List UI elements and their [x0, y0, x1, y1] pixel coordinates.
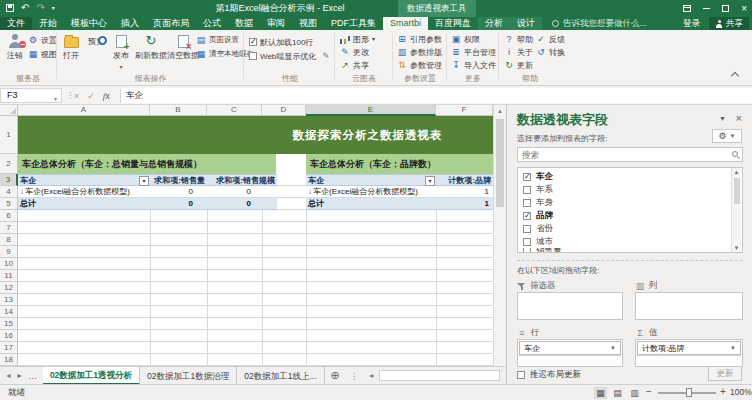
ribbon-tab-文件[interactable]: 文件 — [0, 17, 32, 30]
right-pivot-col-header[interactable]: 计数项:品牌 — [436, 175, 493, 185]
row-header-15[interactable]: 15 — [0, 318, 18, 330]
page-break-view-icon[interactable]: ▥ — [628, 387, 641, 399]
ribbon-tab-插入[interactable]: 插入 — [114, 17, 146, 30]
fx-icon[interactable]: fx — [103, 91, 110, 101]
column-header-B[interactable]: B — [150, 105, 207, 116]
redo-icon[interactable]: ↷ — [36, 3, 44, 13]
load100-checkbox[interactable] — [249, 38, 257, 46]
rows-field-chip[interactable]: 车企▼ — [519, 341, 621, 355]
columns-dropzone[interactable] — [635, 292, 743, 320]
rows-dropzone[interactable]: 车企▼ — [517, 339, 623, 367]
clear-cache-button[interactable]: ▦清空本地缓存 — [196, 48, 254, 60]
horizontal-scrollbar[interactable] — [379, 370, 500, 381]
collapse-ribbon-icon[interactable] — [731, 72, 739, 80]
field-item-销售量[interactable]: 销售量 — [518, 248, 742, 253]
row-header-14[interactable]: 14 — [0, 306, 18, 318]
platform-manage-button[interactable]: ≣平台管理 — [451, 46, 496, 58]
zoom-level[interactable]: 100% — [730, 385, 752, 400]
graph-dropdown-icon[interactable]: ▾ — [372, 36, 375, 42]
formula-input[interactable]: 车企 — [120, 88, 752, 103]
preview-button[interactable]: 预览 — [84, 34, 108, 47]
sheet-tab-02数据加工1线上...[interactable]: 02数据加工1线上... — [237, 367, 324, 385]
tab-splitter[interactable]: ⋮ — [350, 371, 359, 381]
left-pivot-total-2[interactable]: 0 — [207, 198, 277, 209]
field-search-box[interactable] — [517, 147, 743, 162]
row-header-18[interactable]: 18 — [0, 354, 18, 366]
ribbon-tab-Smartbi[interactable]: Smartbi — [383, 17, 428, 30]
publish-button[interactable]: 发布▾ — [109, 34, 133, 71]
feedback-button[interactable]: ✓反馈 — [536, 33, 565, 45]
permission-button[interactable]: ▣权限 — [451, 33, 480, 45]
vertical-scrollbar[interactable]: ▲ — [493, 105, 506, 366]
update-button[interactable]: ↻更新 — [504, 59, 533, 71]
load100-checkbox-row[interactable]: 默认加载100行 — [249, 36, 313, 48]
pane-close-icon[interactable]: × — [736, 112, 742, 124]
open-button[interactable]: 打开 — [59, 34, 83, 61]
tools-dropdown-button[interactable]: ⚙▼ — [712, 129, 742, 143]
cancel-entry-icon[interactable]: × — [74, 91, 79, 101]
column-header-C[interactable]: C — [207, 105, 262, 116]
settings-button[interactable]: ⚙设置 — [28, 34, 57, 46]
field-item-车系[interactable]: 车系 — [518, 183, 742, 196]
field-item-车身[interactable]: 车身 — [518, 196, 742, 209]
param-manage-button[interactable]: ⇅参数管理 — [397, 59, 442, 71]
field-item-车企[interactable]: 车企 — [518, 170, 742, 183]
ribbon-tab-审阅[interactable]: 审阅 — [260, 17, 292, 30]
graph-button[interactable]: 图形▾ — [340, 33, 375, 45]
ribbon-tab-模板中心[interactable]: 模板中心 — [64, 17, 114, 30]
left-pivot-total-label[interactable]: 总计 — [18, 198, 150, 209]
field-checkbox-品牌[interactable] — [523, 212, 531, 220]
left-pivot-field-header[interactable]: 车企▾ — [18, 175, 150, 185]
column-header-E[interactable]: E — [306, 105, 436, 116]
update-button[interactable]: 更新 — [708, 366, 742, 381]
web-optimize-checkbox-row[interactable]: Web端显示优化✎ — [249, 50, 330, 62]
vertical-scrollbar-thumb[interactable] — [496, 119, 504, 207]
cloud-share-button[interactable]: ↗共享 — [340, 59, 369, 71]
ribbon-tab-视图[interactable]: 视图 — [292, 17, 324, 30]
left-pivot-value-1[interactable]: 0 — [150, 186, 207, 197]
zoom-out-icon[interactable]: − — [646, 386, 652, 397]
publish-dropdown-icon[interactable]: ▾ — [119, 64, 122, 70]
sheet-tab-02数据加工1数据治理[interactable]: 02数据加工1数据治理 — [140, 367, 237, 385]
field-checkbox-销售量[interactable] — [523, 248, 531, 253]
chevron-down-icon[interactable]: ▼ — [730, 345, 736, 351]
signout-button[interactable]: 注销 — [3, 34, 27, 61]
field-checkbox-城市[interactable] — [523, 238, 531, 246]
hscroll-left-icon[interactable]: ◄ — [368, 372, 375, 379]
ribbon-tab-PDF工具集[interactable]: PDF工具集 — [324, 17, 383, 30]
close-icon[interactable]: × — [741, 4, 747, 14]
drill-down-icon[interactable]: ↓ — [308, 187, 312, 196]
pane-menu-icon[interactable]: ▼ — [719, 115, 726, 122]
row-header-9[interactable]: 9 — [0, 246, 18, 258]
right-pivot-total-label[interactable]: 总计 — [306, 198, 436, 209]
page-layout-view-icon[interactable]: ▤ — [611, 387, 624, 399]
normal-view-icon[interactable]: ▦ — [594, 387, 607, 399]
row-header-3[interactable]: 3 — [0, 174, 18, 186]
page-setup-button[interactable]: ▤页面设置 — [196, 34, 239, 46]
values-dropzone[interactable]: 计数项:品牌▼ — [635, 339, 743, 367]
undo-icon[interactable]: ↶ — [21, 3, 29, 13]
filter-dropdown-icon[interactable]: ▾ — [139, 176, 149, 186]
left-pivot-col-header-2[interactable]: 求和项:销售规模 — [207, 175, 277, 185]
zoom-slider-thumb[interactable] — [686, 388, 692, 397]
search-input[interactable] — [518, 148, 718, 161]
left-pivot-total-1[interactable]: 0 — [150, 198, 207, 209]
field-list-scrollbar[interactable]: ▲ ▼ — [731, 168, 741, 252]
field-checkbox-车企[interactable] — [523, 173, 531, 181]
sheet-more-icon[interactable]: … — [28, 371, 38, 381]
about-button[interactable]: i关于 — [504, 46, 533, 58]
refresh-data-button[interactable]: ↻ 刷新数据 — [134, 34, 168, 61]
import-file-button[interactable]: ↧导入文件 — [451, 59, 496, 71]
name-box[interactable]: F3▾ — [0, 88, 62, 103]
restore-icon[interactable] — [722, 5, 729, 12]
ref-param-button[interactable]: ⊞引用参数 — [397, 33, 442, 45]
add-sheet-icon[interactable]: ⊕ — [331, 369, 340, 382]
row-header-4[interactable]: 4 — [0, 186, 18, 198]
field-item-品牌[interactable]: 品牌 — [518, 209, 742, 222]
sign-in-button[interactable]: 登录 — [683, 18, 700, 30]
left-pivot-col-header-1[interactable]: 求和项:销售量 — [150, 175, 207, 185]
clear-data-button[interactable]: 清空数据 — [166, 34, 200, 61]
field-checkbox-车身[interactable] — [523, 199, 531, 207]
values-field-chip[interactable]: 计数项:品牌▼ — [637, 341, 741, 355]
ribbon-tab-开始[interactable]: 开始 — [32, 17, 64, 30]
